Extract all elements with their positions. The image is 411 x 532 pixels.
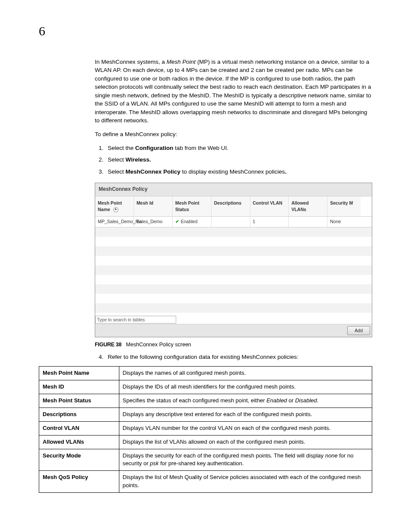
definition-term: Control VLAN (39, 421, 119, 435)
definition-table: Mesh Point NameDisplays the names of all… (39, 366, 372, 492)
page-number: 6 (39, 22, 372, 40)
cell-status-text: Enabled (181, 219, 198, 224)
step-2: Select Wireless. (105, 156, 372, 164)
definition-desc: Displays VLAN number for the control VLA… (119, 421, 372, 435)
step-3-bold: MeshConnex Policy (125, 168, 181, 175)
cell-allowed-vlans (289, 217, 327, 227)
definition-desc: Displays the IDs of all mesh identifiers… (119, 380, 372, 394)
figure-number: FIGURE 38 (95, 342, 121, 348)
step-1: Select the Configuration tab from the We… (105, 144, 372, 152)
table-header-row: Mesh Point Name Mesh Id Mesh Point Statu… (95, 196, 372, 217)
step-3-c: to display existing MeshConnex policies (181, 168, 285, 175)
definition-row: Allowed VLANsDisplays the list of VLANs … (39, 435, 372, 449)
definition-row: Control VLANDisplays VLAN number for the… (39, 421, 372, 435)
add-button[interactable]: Add (347, 326, 370, 335)
definition-row: Mesh QoS PolicyDisplays the list of Mesh… (39, 471, 372, 493)
definition-term: Mesh QoS Policy (39, 471, 119, 493)
screenshot-footer: Add (95, 324, 372, 337)
figure-caption-text: MeshConnex Policy screen (126, 342, 191, 348)
step-4: Refer to the following configuration dat… (105, 353, 372, 361)
col-mesh-point-status[interactable]: Mesh Point Status (173, 196, 212, 216)
col-allowed-vlans[interactable]: Allowed VLANs (289, 196, 327, 216)
col-descriptions[interactable]: Descriptions (212, 196, 250, 216)
definition-term: Security Mode (39, 449, 119, 471)
definition-row: Mesh IDDisplays the IDs of all mesh iden… (39, 380, 372, 394)
definition-term: Allowed VLANs (39, 435, 119, 449)
col-control-vlan[interactable]: Control VLAN (250, 196, 289, 216)
col-mesh-id[interactable]: Mesh Id (134, 196, 173, 216)
col-mesh-point-name-label: Mesh Point Name (98, 200, 122, 212)
cell-security: None (327, 217, 361, 227)
intro-text-b: (MP) is a virtual mesh networking instan… (95, 59, 371, 124)
definition-row: Mesh Point StatusSpecifies the status of… (39, 394, 372, 408)
search-input[interactable] (95, 316, 176, 324)
cell-name: MP_Sales_Demo_Ro (95, 217, 134, 227)
figure-caption: FIGURE 38 MeshConnex Policy screen (95, 341, 372, 348)
step-1-c: tab from the Web UI. (173, 145, 228, 151)
step-3: Select MeshConnex Policy to display exis… (105, 168, 372, 176)
step-1-bold: Configuration (135, 145, 173, 151)
definition-desc: Displays any descriptive text entered fo… (119, 408, 372, 422)
definition-term: Descriptions (39, 408, 119, 422)
col-security-mode[interactable]: Security M (327, 196, 361, 216)
definition-desc: Displays the list of VLANs allowed on ea… (119, 435, 372, 449)
intro-paragraph: In MeshConnex systems, a Mesh Point (MP)… (95, 58, 372, 125)
sort-asc-icon[interactable] (113, 207, 118, 212)
definition-desc: Specifies the status of each configured … (119, 394, 372, 408)
cell-control-vlan: 1 (250, 217, 289, 227)
table-search-area (95, 314, 372, 324)
definition-term: Mesh Point Status (39, 394, 119, 408)
definition-desc: Displays the names of all configured mes… (119, 367, 372, 380)
cell-descriptions (212, 217, 250, 227)
cell-meshid: Sales_Demo (134, 217, 173, 227)
definition-desc: Displays the list of Mesh Quality of Ser… (119, 471, 372, 493)
table-row[interactable]: MP_Sales_Demo_Ro Sales_Demo Enabled 1 No… (95, 217, 372, 227)
intro-text-a: In MeshConnex systems, a (95, 59, 167, 65)
definition-row: Mesh Point NameDisplays the names of all… (39, 367, 372, 380)
step-3-a: Select (108, 168, 125, 175)
define-line: To define a MeshConnex policy: (95, 130, 372, 139)
step-2-bold: Wireless. (125, 156, 151, 163)
definition-row: Security ModeDisplays the security for e… (39, 449, 372, 471)
meshconnex-policy-screenshot: MeshConnex Policy Mesh Point Name Mesh I… (95, 183, 372, 337)
step-1-a: Select the (108, 145, 135, 151)
cell-status: Enabled (173, 217, 212, 227)
check-icon (175, 219, 181, 224)
screenshot-title: MeshConnex Policy (95, 183, 372, 196)
definition-desc: Displays the security for each of the co… (119, 449, 372, 471)
definition-term: Mesh ID (39, 380, 119, 394)
empty-rows (95, 227, 372, 314)
intro-mesh-point-italic: Mesh Point (167, 59, 196, 65)
step-2-a: Select (108, 156, 125, 163)
definition-term: Mesh Point Name (39, 367, 119, 380)
step-3-dot: . (285, 168, 286, 175)
col-mesh-point-name[interactable]: Mesh Point Name (95, 196, 134, 216)
definition-row: DescriptionsDisplays any descriptive tex… (39, 408, 372, 422)
